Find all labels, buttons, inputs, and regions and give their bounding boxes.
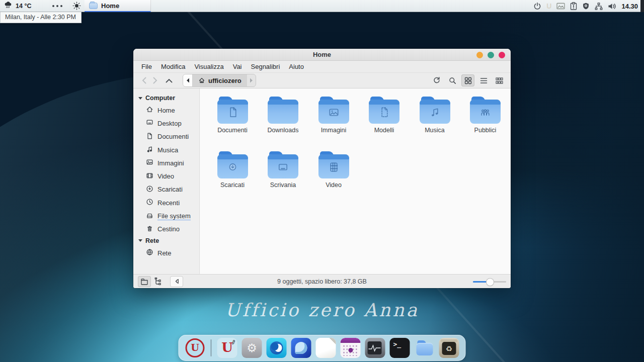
reload-button[interactable] [430, 74, 443, 86]
file-label: Scaricati [207, 182, 258, 189]
file-folder-scrivania[interactable]: Scrivania [258, 150, 308, 205]
zoom-slider-handle[interactable] [487, 279, 494, 286]
window-titlebar[interactable]: Home [133, 49, 511, 61]
menu-bar: FileModificaVisualizzaVaiSegnalibriAiuto [133, 61, 511, 72]
weather-widget[interactable]: 14 °C [0, 0, 35, 12]
sidebar-section-computer[interactable]: Computer [133, 93, 199, 104]
folder-icon [318, 97, 349, 125]
icon-view-button[interactable] [461, 74, 474, 86]
file-folder-video[interactable]: Video [308, 150, 359, 205]
shield-security-icon[interactable] [582, 2, 590, 10]
dock-item-settings[interactable]: ⚙ [242, 338, 262, 358]
clipboard-icon[interactable] [570, 2, 577, 10]
dock-item-uzl-launcher[interactable]: U✎ [217, 338, 237, 358]
folder-icon [268, 97, 298, 125]
sidebar-item-documenti[interactable]: Documenti [133, 130, 199, 143]
collapse-triangle-icon [138, 239, 142, 242]
file-folder-pubblici[interactable]: Pubblici [460, 95, 511, 150]
volume-icon[interactable] [608, 3, 616, 10]
forward-button[interactable] [149, 74, 160, 86]
dock-item-thunderbird-mail[interactable] [291, 338, 311, 358]
dock-item-trash[interactable]: ♻ [439, 338, 459, 358]
compact-view-button[interactable] [493, 74, 506, 86]
dock-item-terminal[interactable]: >_ [390, 338, 410, 358]
list-view-button[interactable] [477, 74, 490, 86]
download-glyph-icon [226, 160, 239, 176]
show-desktop-button[interactable] [640, 0, 644, 12]
sidebar-item-rete[interactable]: Rete [133, 246, 199, 259]
sidebar-section-rete[interactable]: Rete [133, 236, 199, 246]
power-icon[interactable] [533, 2, 541, 10]
menu-file[interactable]: File [137, 62, 156, 71]
dock-item-calendar[interactable] [341, 338, 361, 358]
sidebar-section-label: Rete [145, 237, 159, 244]
system-tray: U14.30 [533, 0, 638, 12]
dock-item-documents[interactable] [316, 338, 336, 358]
places-pane-button[interactable] [138, 276, 151, 287]
zoom-slider[interactable] [473, 275, 506, 288]
network-icon[interactable] [595, 3, 603, 10]
sidebar-item-desktop[interactable]: Desktop [133, 117, 199, 130]
home-icon [146, 106, 153, 115]
music-icon [146, 145, 153, 154]
menu-modifica[interactable]: Modifica [156, 62, 190, 71]
clock-icon [146, 198, 153, 207]
status-bar: 9 oggetti, spazio libero: 37,8 GB [133, 274, 511, 288]
maximize-button[interactable] [488, 52, 494, 58]
taskbar-item-home[interactable]: Home [85, 0, 151, 12]
file-label: Video [308, 182, 359, 189]
file-folder-musica[interactable]: Musica [410, 95, 460, 150]
tree-pane-button[interactable] [151, 276, 164, 287]
dock-item-file-manager[interactable] [415, 338, 435, 358]
file-folder-scaricati[interactable]: Scaricati [207, 150, 258, 205]
minimize-button[interactable] [476, 52, 483, 58]
dock-item-ufficiozero-menu[interactable]: U [185, 338, 205, 358]
back-button[interactable] [138, 74, 149, 86]
file-folder-downloads[interactable]: Downloads [258, 95, 308, 150]
wallpaper-signature: Ufficio zero Anna [0, 300, 644, 320]
file-manager-window: Home FileModificaVisualizzaVaiSegnalibri… [133, 49, 511, 288]
sidebar-item-immagini[interactable]: Immagini [133, 156, 199, 169]
menu-visualizza[interactable]: Visualizza [190, 62, 228, 71]
ufficiozero-updater-icon[interactable]: U [546, 2, 551, 10]
sidebar-item-scaricati[interactable]: Scaricati [133, 183, 199, 196]
toolbar: ufficiozero [133, 72, 511, 88]
path-segment-home[interactable]: ufficiozero [193, 74, 247, 86]
panel-menu-icon[interactable] [52, 5, 62, 7]
clock-label[interactable]: 14.30 [621, 3, 638, 10]
path-scroll-left-button[interactable] [183, 74, 193, 86]
file-folder-modelli[interactable]: Modelli [359, 95, 410, 150]
taskbar-item-label: Home [101, 2, 119, 10]
menu-vai[interactable]: Vai [228, 62, 247, 71]
sidebar-item-recenti[interactable]: Recenti [133, 196, 199, 209]
dock-item-system-monitor[interactable] [365, 338, 385, 358]
menu-segnalibri[interactable]: Segnalibri [247, 62, 285, 71]
menu-aiuto[interactable]: Aiuto [284, 62, 308, 71]
window-title: Home [313, 51, 331, 58]
dock-item-web-browser[interactable] [267, 338, 287, 358]
hide-panel-button[interactable] [170, 276, 183, 287]
sidebar-item-file-system[interactable]: File system [133, 209, 199, 222]
drive-icon [146, 212, 153, 221]
close-button[interactable] [499, 52, 505, 58]
desktop-glyph-icon [276, 160, 290, 176]
brightness-icon[interactable] [72, 2, 81, 10]
image-viewer-icon[interactable] [556, 3, 565, 10]
places-sidebar: ComputerHomeDesktopDocumentiMusicaImmagi… [133, 88, 200, 274]
sidebar-item-home[interactable]: Home [133, 104, 199, 117]
search-button[interactable] [446, 74, 459, 86]
file-label: Scrivania [258, 182, 308, 189]
sidebar-item-video[interactable]: Video [133, 169, 199, 183]
folder-icon [420, 97, 450, 125]
sidebar-item-musica[interactable]: Musica [133, 143, 199, 156]
dock-separator [211, 339, 212, 356]
file-folder-immagini[interactable]: Immagini [308, 95, 359, 150]
up-button[interactable] [164, 74, 175, 86]
file-folder-documenti[interactable]: Documenti [207, 95, 258, 150]
path-scroll-right-button[interactable] [247, 74, 256, 86]
folder-view[interactable]: DocumentiDownloadsImmaginiModelliMusicaP… [200, 88, 511, 274]
sidebar-item-label: Home [157, 107, 175, 114]
home-icon [198, 77, 205, 84]
status-text: 9 oggetti, spazio libero: 37,8 GB [133, 278, 511, 285]
sidebar-item-cestino[interactable]: Cestino [133, 223, 199, 236]
